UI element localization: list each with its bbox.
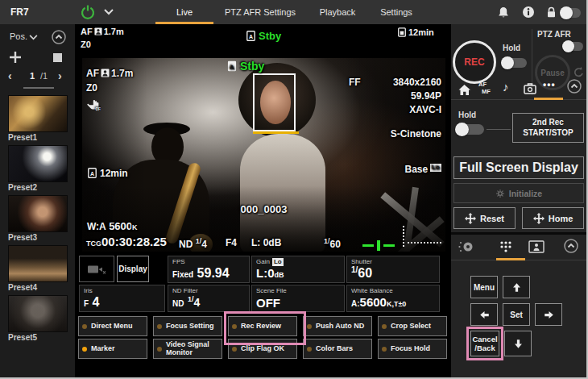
function-tab-af-mf[interactable]: AF MF xyxy=(478,81,491,95)
osd-gamma: S-Cinetone xyxy=(391,128,441,140)
home-position-button[interactable]: Home xyxy=(522,207,584,229)
svg-text:A: A xyxy=(230,64,234,71)
joystick-icon xyxy=(458,240,475,253)
second-rec-hold-toggle[interactable] xyxy=(457,124,484,135)
power-chevron-down-icon[interactable] xyxy=(104,9,114,15)
position-chevron-down-icon[interactable] xyxy=(29,35,38,40)
ptz-afr-toggle[interactable] xyxy=(564,42,583,51)
notification-bell-icon[interactable] xyxy=(498,6,509,19)
osd-media-slot-icon: A xyxy=(227,60,237,72)
scene-file-cell[interactable]: Scene File OFF xyxy=(251,285,345,312)
arrow-up-button[interactable] xyxy=(503,276,530,298)
focus-hold-button[interactable]: Focus Hold xyxy=(378,339,447,359)
music-note-icon: ♪ xyxy=(503,80,509,94)
video-signal-monitor-button[interactable]: Video Signal Monitor xyxy=(153,339,222,359)
gain-cell[interactable]: GainLo L:0dB xyxy=(251,256,345,283)
function-tab-camera[interactable] xyxy=(524,82,536,94)
assign-dot xyxy=(232,324,237,329)
cancel-back-button[interactable]: Cancel/Back xyxy=(470,331,499,356)
display-button[interactable]: Display xyxy=(117,256,149,282)
set-button[interactable]: Set xyxy=(503,303,530,326)
rec-review-button[interactable]: Rec Review xyxy=(228,316,297,336)
osd-frame-rate: 59.94P xyxy=(411,90,441,102)
fps-cell[interactable]: FPS Fixed 59.94 xyxy=(168,256,250,283)
full-screen-display-button[interactable]: Full Screen Display xyxy=(453,156,584,179)
add-preset-button[interactable] xyxy=(8,50,23,65)
ptz-afr-label: PTZ AFR xyxy=(537,30,571,39)
ptz-afr-redo-icon[interactable] xyxy=(573,66,585,78)
assign-dot xyxy=(382,324,387,329)
arrow-right-button[interactable] xyxy=(535,303,562,326)
rec-hold-toggle[interactable] xyxy=(503,58,527,68)
sidebar-collapse-icon[interactable] xyxy=(52,30,66,44)
nd-filter-cell[interactable]: ND Filter ND 1/4 xyxy=(168,285,250,312)
info-icon[interactable] xyxy=(522,6,535,19)
lock-toggle-knob xyxy=(560,6,573,19)
power-button[interactable] xyxy=(80,4,96,20)
function-tab-more-underline xyxy=(534,98,563,100)
iris-cell[interactable]: Iris F 4 xyxy=(79,285,165,312)
pad-tab-buttons-underline xyxy=(496,258,525,260)
position-dropdown[interactable]: Pos. xyxy=(10,31,27,41)
function-tabs-collapse-icon[interactable] xyxy=(567,79,582,94)
arrow-left-icon xyxy=(479,310,490,320)
camera-control-panel: Display FPS Fixed 59.94 GainLo L:0dB Shu… xyxy=(77,254,451,314)
lock-icon[interactable] xyxy=(546,6,557,19)
focus-setting-button[interactable]: Focus Setting xyxy=(153,316,222,336)
lock-toggle[interactable] xyxy=(561,8,581,18)
initialize-button[interactable]: Initialize xyxy=(453,183,584,203)
arrow-down-button[interactable] xyxy=(504,331,532,356)
clip-flag-ok-button[interactable]: Clip Flag OK xyxy=(228,339,297,359)
focus-position-indicator xyxy=(362,240,396,250)
white-balance-cell[interactable]: White Balance A:5600K,T±0 xyxy=(346,285,440,312)
assignable-buttons: Direct Menu Focus Setting Rec Review Pus… xyxy=(77,314,451,363)
preset-5-label: Preset5 xyxy=(8,333,37,342)
function-tab-more[interactable]: ••• xyxy=(543,79,556,90)
video-monitor[interactable]: AStby AF1.7m Z0 OFF FF 3840x2160 59.94P … xyxy=(82,58,445,252)
pad-tab-buttons[interactable] xyxy=(499,240,512,253)
osd-white-balance: W:A 5600K xyxy=(87,220,138,232)
second-rec-start-stop-button[interactable]: 2nd RecSTART/STOP xyxy=(512,113,584,143)
chevron-right-icon: › xyxy=(58,69,62,82)
power-icon xyxy=(80,4,96,20)
function-tab-home[interactable] xyxy=(458,84,471,96)
preset-1-thumbnail xyxy=(8,95,68,132)
preset-page-next[interactable]: › xyxy=(58,69,62,82)
marker-button[interactable]: Marker xyxy=(78,339,147,359)
osd-record-status: Stby xyxy=(240,60,264,73)
tab-ptz-afr-settings[interactable]: PTZ AFR Settings xyxy=(220,0,300,24)
tab-settings[interactable]: Settings xyxy=(372,0,420,24)
arrow-left-button[interactable] xyxy=(470,303,498,326)
pad-tabs-collapse-icon[interactable] xyxy=(564,239,578,253)
fr7-web-app: FR7 Live PTZ AFR Settings Playback Setti… xyxy=(0,0,588,379)
osd-media-remaining-icon: A xyxy=(88,168,97,178)
push-auto-nd-button[interactable]: Push Auto ND xyxy=(303,316,372,336)
statusbar-record-status-group: AStby xyxy=(246,30,281,42)
stream-mute-button[interactable] xyxy=(79,256,114,282)
assign-dot xyxy=(232,347,237,352)
panel-section-divider xyxy=(451,232,586,235)
preset-page-prev[interactable]: ‹ xyxy=(8,69,12,82)
pad-tab-joystick[interactable] xyxy=(458,240,475,253)
function-tab-audio[interactable]: ♪ xyxy=(503,80,509,94)
menu-button[interactable]: Menu xyxy=(470,276,498,298)
crop-select-button[interactable]: Crop Select xyxy=(378,316,447,336)
arrow-up-icon xyxy=(511,282,522,293)
arrow-down-icon xyxy=(513,339,524,349)
reset-button[interactable]: Reset xyxy=(453,207,516,229)
direct-menu-button[interactable]: Direct Menu xyxy=(78,316,147,336)
osd-codec: XAVC-I xyxy=(409,104,441,115)
rec-button[interactable]: REC xyxy=(453,40,496,84)
rec-hold-label: Hold xyxy=(503,44,520,52)
pad-tab-tracking[interactable] xyxy=(528,240,545,253)
gear-icon xyxy=(495,189,505,198)
osd-af-group: AF1.7m xyxy=(86,68,133,79)
right-control-panel: REC Hold PTZ AFR Pause AF MF ♪ xyxy=(451,24,586,377)
ellipsis-icon: ••• xyxy=(543,79,556,90)
stop-button[interactable] xyxy=(53,53,62,62)
tab-live[interactable]: Live xyxy=(155,0,213,24)
osd-record-status-group: AStby xyxy=(227,60,264,73)
shutter-cell[interactable]: Shutter 1/60 xyxy=(346,256,440,283)
tab-playback[interactable]: Playback xyxy=(313,0,362,24)
color-bars-button[interactable]: Color Bars xyxy=(303,339,372,359)
